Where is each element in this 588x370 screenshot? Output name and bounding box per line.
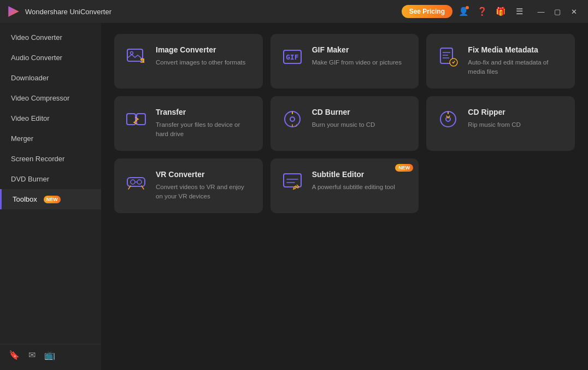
gif-maker-title: GIF Maker: [312, 45, 409, 55]
close-button[interactable]: ✕: [566, 4, 581, 19]
sidebar-item-video-editor[interactable]: Video Editor: [0, 108, 101, 128]
fix-media-metadata-text: Fix Media Metadata Auto-fix and edit met…: [468, 45, 565, 77]
svg-text:♪: ♪: [295, 122, 298, 128]
subtitle-editor-desc: A powerful subtitle editing tool: [312, 183, 409, 192]
fix-media-metadata-title: Fix Media Metadata: [468, 45, 565, 55]
cd-ripper-icon: [436, 107, 460, 131]
screencast-icon[interactable]: 📺: [44, 350, 55, 360]
help-button[interactable]: ❓: [474, 4, 490, 19]
subtitle-editor-text: Subtitle Editor A powerful subtitle edit…: [312, 169, 409, 192]
toolbox-grid: Image Converter Convert images to other …: [114, 34, 575, 213]
cd-burner-icon: ♪: [280, 107, 304, 131]
see-pricing-button[interactable]: See Pricing: [402, 5, 452, 18]
fix-media-metadata-icon: [436, 45, 460, 69]
toolbox-new-badge: NEW: [44, 196, 61, 203]
cd-burner-desc: Burn your music to CD: [312, 120, 409, 130]
cd-burner-text: CD Burner Burn your music to CD: [312, 107, 409, 130]
vr-converter-text: VR Converter Convert videos to VR and en…: [156, 169, 253, 202]
transfer-title: Transfer: [156, 107, 253, 117]
titlebar-actions: See Pricing 👤 ❓ 🎁 ☰ — ▢ ✕: [402, 4, 581, 19]
tool-card-vr-converter[interactable]: VR Converter Convert videos to VR and en…: [114, 158, 263, 213]
sidebar-item-audio-converter[interactable]: Audio Converter: [0, 48, 101, 68]
tool-card-cd-ripper[interactable]: CD Ripper Rip music from CD: [426, 96, 575, 151]
gift-button[interactable]: 🎁: [493, 4, 508, 19]
sidebar-item-downloader[interactable]: Downloader: [0, 68, 101, 88]
gif-maker-text: GIF Maker Make GIF from video or picture…: [312, 45, 409, 67]
cd-ripper-title: CD Ripper: [468, 107, 565, 117]
tool-card-fix-media-metadata[interactable]: Fix Media Metadata Auto-fix and edit met…: [426, 34, 575, 89]
mail-icon[interactable]: ✉: [28, 350, 36, 360]
subtitle-editor-icon: [280, 169, 304, 193]
svg-rect-17: [284, 174, 301, 187]
transfer-desc: Transfer your files to device or hard dr…: [156, 120, 253, 139]
tool-card-subtitle-editor[interactable]: NEW Subtitle Editor A powerful subtitle …: [271, 158, 419, 213]
sidebar-item-toolbox[interactable]: Toolbox NEW: [0, 189, 101, 209]
svg-text:GIF: GIF: [286, 53, 299, 61]
tool-card-cd-burner[interactable]: ♪ CD Burner Burn your music to CD: [271, 96, 419, 151]
subtitle-editor-title: Subtitle Editor: [312, 169, 409, 179]
subtitle-editor-new-badge: NEW: [395, 164, 413, 172]
cd-burner-title: CD Burner: [312, 107, 409, 117]
maximize-button[interactable]: ▢: [550, 4, 565, 19]
sidebar-item-dvd-burner[interactable]: DVD Burner: [0, 169, 101, 189]
svg-point-15: [131, 180, 135, 184]
user-account-button[interactable]: 👤: [456, 4, 471, 19]
svg-point-2: [131, 52, 133, 55]
help-icon: ❓: [477, 7, 487, 16]
hamburger-icon: ☰: [516, 7, 523, 16]
minimize-button[interactable]: —: [533, 4, 549, 19]
vr-converter-icon: [124, 169, 148, 193]
sidebar-bottom-bar: 🔖 ✉ 📺: [0, 344, 101, 366]
cd-ripper-desc: Rip music from CD: [468, 120, 565, 130]
cd-ripper-text: CD Ripper Rip music from CD: [468, 107, 565, 130]
tool-card-transfer[interactable]: Transfer Transfer your files to device o…: [114, 96, 263, 151]
window-controls: — ▢ ✕: [533, 4, 581, 19]
gift-icon: 🎁: [496, 7, 506, 16]
sidebar-item-video-converter[interactable]: Video Converter: [0, 27, 101, 48]
tool-card-gif-maker[interactable]: GIF GIF Maker Make GIF from video or pic…: [271, 34, 419, 89]
notification-badge: [466, 6, 469, 9]
svg-marker-0: [8, 6, 19, 17]
sidebar: Video Converter Audio Converter Download…: [0, 23, 101, 370]
transfer-text: Transfer Transfer your files to device o…: [156, 107, 253, 139]
app-title: Wondershare UniConverter: [25, 8, 402, 16]
toolbox-content: Image Converter Convert images to other …: [101, 23, 588, 370]
vr-converter-title: VR Converter: [156, 169, 253, 179]
gif-maker-icon: GIF: [280, 45, 304, 69]
image-converter-title: Image Converter: [156, 45, 253, 55]
gif-maker-desc: Make GIF from video or pictures: [312, 58, 409, 67]
svg-point-16: [137, 180, 142, 184]
sidebar-item-screen-recorder[interactable]: Screen Recorder: [0, 149, 101, 169]
app-body: Video Converter Audio Converter Download…: [0, 23, 588, 370]
transfer-icon: [124, 107, 148, 131]
image-converter-desc: Convert images to other formats: [156, 58, 253, 67]
svg-point-10: [290, 117, 295, 121]
vr-converter-desc: Convert videos to VR and enjoy on your V…: [156, 183, 253, 202]
titlebar: Wondershare UniConverter See Pricing 👤 ❓…: [0, 0, 588, 23]
app-logo: [7, 4, 21, 19]
fix-media-metadata-desc: Auto-fix and edit metadata of media file…: [468, 58, 565, 77]
sidebar-item-video-compressor[interactable]: Video Compressor: [0, 88, 101, 108]
menu-button[interactable]: ☰: [511, 4, 527, 19]
bookmark-icon[interactable]: 🔖: [9, 350, 20, 360]
sidebar-item-merger[interactable]: Merger: [0, 128, 101, 149]
image-converter-text: Image Converter Convert images to other …: [156, 45, 253, 67]
tool-card-image-converter[interactable]: Image Converter Convert images to other …: [114, 34, 263, 89]
image-converter-icon: [124, 45, 148, 69]
